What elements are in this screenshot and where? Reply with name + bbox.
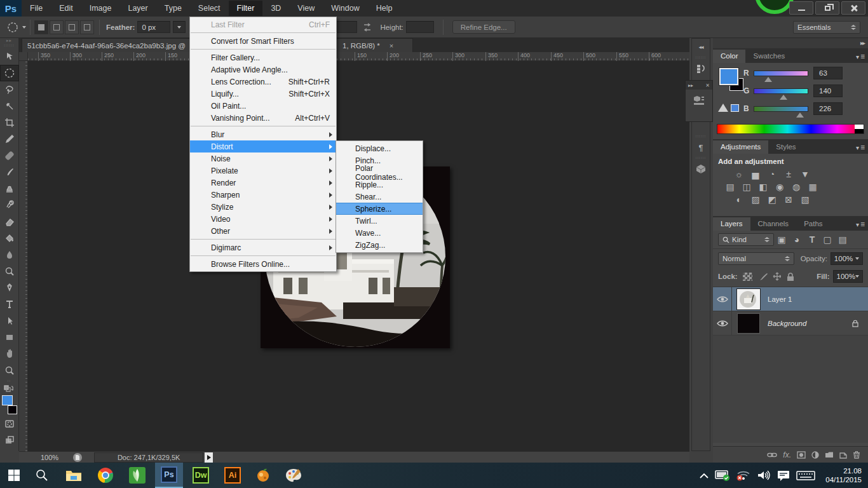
close-button[interactable] — [841, 1, 865, 15]
color-spectrum-bar[interactable] — [717, 124, 864, 134]
lock-pixels-icon[interactable] — [757, 272, 768, 281]
new-adjustment-layer-icon[interactable] — [811, 451, 819, 459]
eyedropper-tool[interactable] — [0, 131, 19, 147]
3d-scene-icon[interactable] — [692, 161, 710, 177]
layer-row-layer1[interactable]: Layer 1 — [713, 287, 868, 311]
menu-item-render[interactable]: Render — [190, 177, 336, 189]
photo-filter-icon[interactable]: ◉ — [771, 180, 788, 193]
restore-button[interactable] — [815, 1, 839, 15]
foreground-color-swatch[interactable] — [2, 395, 13, 405]
adjustments-panel-menu-icon[interactable] — [856, 143, 865, 152]
background-name[interactable]: Background — [768, 320, 806, 327]
paint-palette-button[interactable] — [280, 463, 308, 488]
screen-mode-button[interactable] — [0, 432, 19, 449]
illustrator-button[interactable]: Ai — [219, 463, 247, 488]
taskbar-clock[interactable]: 21.08 04/11/2015 — [822, 466, 862, 484]
tab-adjustments[interactable]: Adjustments — [713, 140, 768, 154]
feather-input[interactable]: 0 px — [137, 21, 170, 33]
path-selection-tool[interactable] — [0, 313, 19, 329]
threshold-icon[interactable]: ◩ — [764, 193, 780, 206]
layer-row-background[interactable]: Background — [713, 311, 868, 336]
layer-filter-kind-dropdown[interactable]: Kind — [718, 233, 774, 246]
blur-tool[interactable] — [0, 247, 19, 263]
new-layer-icon[interactable] — [839, 451, 847, 459]
chrome-button[interactable] — [92, 463, 119, 488]
filter-adjustment-layers-icon[interactable]: ◕ — [789, 233, 804, 246]
3d-material-icon[interactable] — [690, 92, 708, 109]
filter-type-layers-icon[interactable]: T — [804, 233, 820, 246]
submenu-item-displace[interactable]: Displace... — [336, 142, 423, 154]
move-tool[interactable] — [0, 48, 19, 65]
workspace-dropdown[interactable]: Essentials — [793, 21, 860, 34]
filter-smart-objects-icon[interactable]: ▤ — [835, 233, 850, 246]
new-group-icon[interactable] — [825, 451, 834, 458]
menu-item-liquify[interactable]: Liquify...Shift+Ctrl+X — [190, 88, 336, 100]
ruler-origin-corner[interactable] — [19, 52, 28, 61]
history-icon[interactable] — [692, 60, 710, 77]
menu-filter[interactable]: Filter — [229, 1, 263, 16]
menu-3d[interactable]: 3D — [262, 1, 289, 16]
start-button[interactable] — [0, 463, 28, 488]
tool-preset-dropdown-icon[interactable] — [22, 26, 26, 29]
photoshop-taskbar-button[interactable]: Ps — [155, 463, 183, 488]
menu-file[interactable]: File — [22, 1, 51, 16]
spectrum-white-swatch[interactable] — [855, 125, 864, 129]
mini-expand-icon[interactable]: ▸▸ — [688, 83, 693, 88]
taskbar-search-button[interactable] — [28, 463, 56, 488]
menu-item-oil-paint[interactable]: Oil Paint... — [190, 100, 336, 112]
submenu-item-polar-coordinates[interactable]: Polar Coordinates... — [336, 166, 423, 179]
action-center-display-icon[interactable] — [715, 470, 730, 481]
color-lookup-icon[interactable]: ▦ — [804, 180, 821, 193]
selective-color-icon[interactable]: ▧ — [797, 193, 813, 206]
menu-edit[interactable]: Edit — [51, 1, 81, 16]
background-color-swatch[interactable] — [8, 405, 17, 414]
height-input[interactable] — [406, 21, 434, 33]
menu-item-other[interactable]: Other — [190, 225, 336, 237]
fg-color-swatch[interactable] — [719, 68, 738, 85]
volume-icon[interactable] — [757, 470, 771, 481]
menu-item-adaptive-wide-angle[interactable]: Adaptive Wide Angle... — [190, 64, 336, 76]
pen-tool[interactable] — [0, 280, 19, 296]
menu-item-video[interactable]: Video — [190, 213, 336, 225]
menu-item-vanishing-point[interactable]: Vanishing Point...Alt+Ctrl+V — [190, 112, 336, 124]
menu-item-pixelate[interactable]: Pixelate — [190, 165, 336, 177]
menu-item-distort[interactable]: Distort — [190, 140, 336, 152]
green-slider[interactable] — [754, 88, 808, 94]
gamut-color-swatch[interactable] — [731, 104, 739, 112]
gradient-map-icon[interactable]: ⊠ — [780, 193, 797, 206]
selection-add-button[interactable] — [50, 20, 64, 34]
menu-help[interactable]: Help — [368, 1, 401, 16]
menu-item-lens-correction[interactable]: Lens Correction...Shift+Ctrl+R — [190, 76, 336, 88]
layer1-visibility-toggle[interactable] — [713, 287, 732, 311]
menu-item-sharpen[interactable]: Sharpen — [190, 189, 336, 201]
spectrum-black-swatch[interactable] — [855, 129, 864, 133]
vibrance-icon[interactable]: ▼ — [797, 168, 813, 180]
red-value-input[interactable]: 63 — [813, 67, 843, 79]
link-layers-icon[interactable] — [767, 452, 777, 458]
history-brush-tool[interactable] — [0, 197, 19, 214]
submenu-item-shear[interactable]: Shear... — [336, 191, 423, 203]
menu-item-digimarc[interactable]: Digimarc — [190, 241, 336, 254]
filter-shape-layers-icon[interactable]: ▢ — [820, 233, 835, 246]
tool-preset-ellipse-icon[interactable] — [6, 21, 20, 34]
tab-color[interactable]: Color — [713, 50, 745, 63]
type-tool[interactable] — [0, 296, 19, 313]
blue-slider[interactable] — [754, 106, 808, 112]
menu-item-filter-gallery[interactable]: Filter Gallery... — [190, 51, 336, 64]
menu-item-blur[interactable]: Blur — [190, 128, 336, 140]
background-thumbnail[interactable] — [737, 313, 760, 334]
swap-dimensions-icon[interactable] — [361, 22, 374, 32]
foreground-background-color[interactable] — [0, 394, 19, 416]
selection-subtract-button[interactable] — [65, 20, 79, 34]
lasso-tool[interactable] — [0, 81, 19, 98]
menu-type[interactable]: Type — [156, 1, 190, 16]
dock-expand-icon[interactable]: ▸▸ — [860, 39, 864, 46]
submenu-item-zigzag[interactable]: ZigZag... — [336, 239, 423, 251]
crop-tool[interactable] — [0, 114, 19, 131]
mini-close-icon[interactable]: ✕ — [705, 83, 710, 88]
menu-select[interactable]: Select — [190, 1, 229, 16]
menu-view[interactable]: View — [289, 1, 323, 16]
selection-intersect-button[interactable] — [80, 20, 94, 34]
menu-window[interactable]: Window — [323, 1, 367, 16]
dock-collapse-icon[interactable]: ◂◂ — [692, 39, 710, 55]
